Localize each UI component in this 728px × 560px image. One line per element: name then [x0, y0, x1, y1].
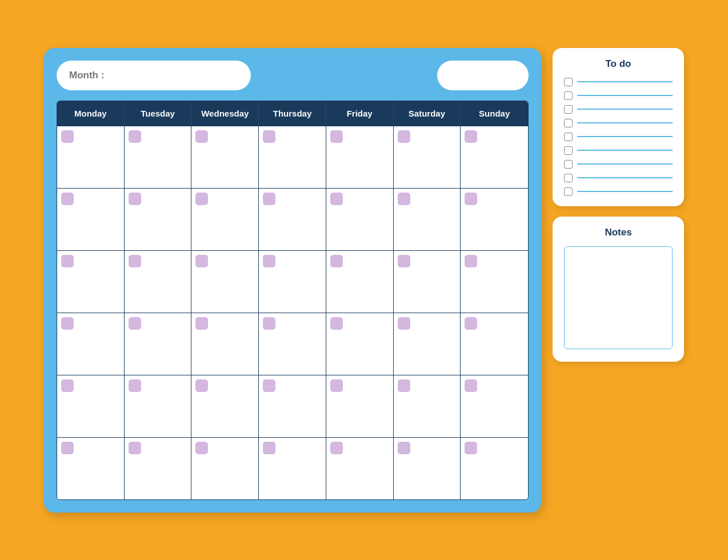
calendar-cell[interactable]: [394, 126, 461, 188]
todo-checkbox[interactable]: [564, 160, 573, 169]
date-badge: [129, 193, 141, 205]
calendar-cell[interactable]: [461, 438, 528, 499]
calendar-cell[interactable]: [259, 438, 326, 499]
todo-item: [564, 133, 673, 141]
todo-line: [577, 122, 673, 123]
date-badge: [195, 255, 208, 267]
date-badge: [263, 255, 275, 267]
calendar-row: [57, 250, 528, 313]
calendar-cell[interactable]: [461, 251, 528, 313]
todo-item: [564, 160, 673, 169]
date-badge: [129, 130, 141, 143]
calendar-cell[interactable]: [394, 189, 461, 250]
date-badge: [465, 255, 477, 267]
todo-checkbox[interactable]: [564, 119, 573, 127]
calendar-grid: Monday Tuesday Wednesday Thursday Friday…: [57, 101, 529, 500]
year-input[interactable]: [437, 61, 529, 90]
todo-items: [564, 78, 673, 196]
calendar-cell[interactable]: [394, 251, 461, 313]
date-badge: [61, 442, 74, 454]
calendar-cell[interactable]: [125, 375, 192, 437]
date-badge: [61, 317, 74, 330]
date-badge: [61, 255, 74, 267]
calendar-cell[interactable]: [259, 189, 326, 250]
calendar-cell[interactable]: [191, 189, 259, 250]
todo-checkbox[interactable]: [564, 133, 573, 141]
calendar-cell[interactable]: [125, 438, 192, 499]
date-badge: [465, 317, 477, 330]
todo-line: [577, 81, 673, 82]
calendar-cell[interactable]: [57, 438, 125, 499]
date-badge: [465, 193, 477, 205]
calendar-cell[interactable]: [326, 375, 394, 437]
todo-checkbox[interactable]: [564, 105, 573, 114]
calendar-cell[interactable]: [394, 375, 461, 437]
notes-textarea[interactable]: [564, 246, 673, 349]
calendar-cell[interactable]: [394, 313, 461, 375]
calendar-cell[interactable]: [57, 189, 125, 250]
date-badge: [330, 317, 343, 330]
calendar-cell[interactable]: [461, 126, 528, 188]
calendar-cell[interactable]: [326, 251, 394, 313]
todo-checkbox[interactable]: [564, 146, 573, 155]
calendar-row: [57, 188, 528, 250]
date-badge: [195, 379, 208, 392]
calendar-cell[interactable]: [191, 251, 259, 313]
calendar-cell[interactable]: [191, 438, 259, 499]
calendar-cell[interactable]: [259, 126, 326, 188]
calendar-cell[interactable]: [259, 313, 326, 375]
date-badge: [263, 193, 275, 205]
calendar-panel: Monday Tuesday Wednesday Thursday Friday…: [44, 48, 541, 513]
calendar-cell[interactable]: [57, 313, 125, 375]
calendar-cell[interactable]: [394, 438, 461, 499]
date-badge: [129, 255, 141, 267]
calendar-cell[interactable]: [125, 251, 192, 313]
date-badge: [398, 130, 410, 143]
date-badge: [465, 379, 477, 392]
date-badge: [263, 317, 275, 330]
todo-title: To do: [564, 58, 673, 70]
date-badge: [398, 317, 410, 330]
right-panels: To do: [553, 48, 684, 362]
calendar-cell[interactable]: [259, 375, 326, 437]
calendar-cell[interactable]: [461, 375, 528, 437]
calendar-cell[interactable]: [191, 375, 259, 437]
calendar-cell[interactable]: [125, 126, 192, 188]
date-badge: [263, 130, 275, 143]
todo-line: [577, 150, 673, 151]
todo-checkbox[interactable]: [564, 91, 573, 100]
calendar-row: [57, 437, 528, 499]
todo-panel: To do: [553, 48, 684, 206]
calendar-cell[interactable]: [57, 251, 125, 313]
calendar-cell[interactable]: [191, 126, 259, 188]
date-badge: [398, 193, 410, 205]
calendar-cell[interactable]: [259, 251, 326, 313]
todo-checkbox[interactable]: [564, 78, 573, 86]
calendar-cell[interactable]: [326, 126, 394, 188]
todo-item: [564, 91, 673, 100]
calendar-cell[interactable]: [125, 313, 192, 375]
calendar-cell[interactable]: [326, 313, 394, 375]
day-wednesday: Wednesday: [191, 101, 259, 126]
month-input[interactable]: [57, 61, 251, 90]
calendar-cell[interactable]: [326, 189, 394, 250]
todo-item: [564, 146, 673, 155]
day-headers: Monday Tuesday Wednesday Thursday Friday…: [57, 101, 528, 126]
date-badge: [195, 130, 208, 143]
todo-checkbox[interactable]: [564, 187, 573, 196]
calendar-cell[interactable]: [125, 189, 192, 250]
date-badge: [129, 442, 141, 454]
calendar-cell[interactable]: [461, 313, 528, 375]
calendar-cell[interactable]: [57, 375, 125, 437]
calendar-cell[interactable]: [57, 126, 125, 188]
day-tuesday: Tuesday: [125, 101, 192, 126]
calendar-cell[interactable]: [326, 438, 394, 499]
calendar-header: [57, 61, 529, 90]
todo-checkbox[interactable]: [564, 174, 573, 182]
date-badge: [263, 379, 275, 392]
date-badge: [398, 379, 410, 392]
calendar-cell[interactable]: [191, 313, 259, 375]
calendar-cell[interactable]: [461, 189, 528, 250]
todo-item: [564, 187, 673, 196]
date-badge: [129, 379, 141, 392]
